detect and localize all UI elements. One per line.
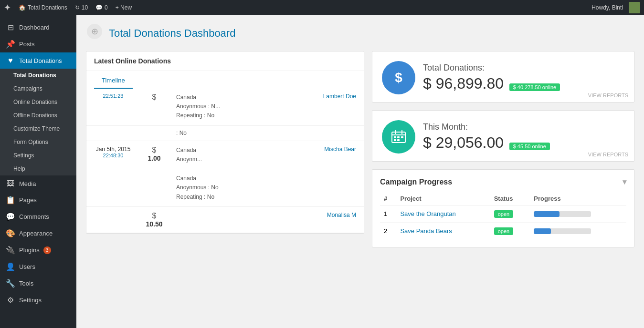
sidebar-item-settings-sub[interactable]: Settings — [0, 149, 76, 162]
sidebar-item-help[interactable]: Help — [0, 162, 76, 175]
home-icon: 🏠 — [19, 4, 26, 11]
site-name[interactable]: 🏠 Total Donations — [19, 4, 67, 11]
table-row: CanadaAnoynmous : NoRepeating : No — [86, 169, 364, 207]
timeline-tab[interactable]: Timeline — [94, 73, 133, 89]
table-row: Jan 5th, 2015 22:48:30 $ 1.00 CanadaAnoy… — [86, 141, 364, 169]
sidebar-item-posts[interactable]: 📌 Posts — [0, 36, 76, 52]
dashboard-icon: ⊟ — [6, 23, 15, 32]
row-num-1: 1 — [380, 205, 396, 223]
status-badge: open — [494, 227, 513, 235]
svg-rect-7 — [394, 136, 396, 138]
col-project: Project — [396, 192, 490, 205]
progress-bar-fill — [534, 228, 551, 234]
donation-donor-3[interactable]: Mischa Bear — [308, 146, 356, 153]
row-status-2: open — [490, 223, 530, 240]
sidebar-item-label: Comments — [19, 213, 49, 220]
col-num: # — [380, 192, 396, 205]
sidebar-item-appearance[interactable]: 🎨 Appearance — [0, 225, 76, 242]
row-status-1: open — [490, 205, 530, 223]
total-donations-submenu: Total Donations Campaigns Online Donatio… — [0, 69, 76, 175]
comments-nav-icon: 💬 — [6, 212, 15, 221]
month-stat-content: This Month: $ 29,056.00 $ 45.50 online — [423, 122, 624, 152]
calendar-icon — [382, 120, 415, 154]
content-grid: Latest Online Donations Timeline 22:51:2… — [86, 51, 634, 247]
donation-details-1: CanadaAnoynmous : N...Repeating : No — [176, 93, 301, 121]
donation-donor-5[interactable]: Monalisa M — [308, 212, 356, 218]
sidebar-item-tools[interactable]: 🔧 Tools — [0, 275, 76, 292]
this-month-stat: This Month: $ 29,056.00 $ 45.50 online V… — [372, 110, 634, 162]
right-column: $ Total Donations: $ 96,899.80 $ 40,278.… — [372, 51, 634, 247]
plugins-badge: 3 — [43, 246, 51, 254]
appearance-icon: 🎨 — [6, 229, 15, 238]
dollar-icon: $ — [382, 61, 415, 94]
total-stat-content: Total Donations: $ 96,899.80 $ 40,278.50… — [423, 63, 624, 92]
revisions-item[interactable]: ↻ 10 — [75, 4, 88, 11]
sidebar-item-label: Pages — [19, 196, 37, 204]
total-stat-value: $ 96,899.80 $ 40,278.50 online — [423, 75, 624, 92]
donation-amount-1: $ — [140, 93, 169, 102]
sidebar-item-campaigns[interactable]: Campaigns — [0, 82, 76, 95]
sidebar-item-customize-theme[interactable]: Customize Theme — [0, 122, 76, 135]
donations-list: 22:51:23 $ CanadaAnoynmous : N...Repeati… — [86, 88, 364, 233]
status-badge: open — [494, 210, 513, 218]
sidebar-item-pages[interactable]: 📋 Pages — [0, 192, 76, 208]
svg-text:⊕: ⊕ — [91, 27, 98, 36]
row-project-1[interactable]: Save the Orangutan — [396, 205, 490, 223]
users-icon: 👤 — [6, 262, 15, 271]
sidebar-item-dashboard[interactable]: ⊟ Dashboard — [0, 19, 76, 36]
total-view-reports-link[interactable]: VIEW REPORTS — [588, 92, 628, 98]
month-online-badge: $ 45.50 online — [509, 143, 550, 150]
sidebar-item-online-donations[interactable]: Online Donations — [0, 95, 76, 109]
campaign-dropdown-icon[interactable]: ▾ — [623, 177, 626, 186]
sidebar-item-total-donations-sub[interactable]: Total Donations — [0, 69, 76, 82]
sidebar-item-settings[interactable]: ⚙ Settings — [0, 292, 76, 308]
main-content: ⊕ Total Donations Dashboard Latest Onlin… — [76, 15, 644, 328]
progress-bar-container — [534, 228, 591, 234]
sidebar-item-plugins[interactable]: 🔌 Plugins 3 — [0, 242, 76, 258]
svg-rect-11 — [397, 139, 400, 141]
sidebar-item-offline-donations[interactable]: Offline Donations — [0, 109, 76, 122]
donation-date-3: Jan 5th, 2015 22:48:30 — [94, 146, 132, 158]
comments-item[interactable]: 💬 0 — [95, 4, 108, 11]
sidebar-item-label: Users — [19, 263, 35, 270]
table-row: 2 Save Panda Bears open — [380, 223, 626, 240]
donation-donor-1[interactable]: Lambert Doe — [308, 93, 356, 100]
sidebar-item-label: Posts — [19, 41, 35, 48]
campaign-title: Campaign Progress — [380, 178, 452, 186]
wp-logo[interactable]: ✦ — [4, 2, 11, 13]
new-item[interactable]: + New — [116, 4, 132, 11]
sidebar-item-label: Settings — [19, 297, 42, 304]
sidebar-item-total-donations[interactable]: ♥ Total Donations — [0, 52, 76, 69]
posts-icon: 📌 — [6, 40, 15, 49]
sidebar-item-label: Plugins — [19, 246, 40, 254]
sidebar-item-media[interactable]: 🖼 Media — [0, 175, 76, 192]
sidebar-item-form-options[interactable]: Form Options — [0, 135, 76, 149]
progress-bar-fill — [534, 211, 560, 217]
svg-rect-8 — [397, 136, 400, 138]
sidebar-item-label: Tools — [19, 280, 33, 287]
table-row: 1 Save the Orangutan open — [380, 205, 626, 223]
left-column: Latest Online Donations Timeline 22:51:2… — [86, 51, 364, 247]
row-progress-2 — [530, 223, 626, 240]
svg-text:$: $ — [395, 70, 402, 85]
donation-details-2: : No — [176, 129, 301, 138]
donation-amount-3: $ 1.00 — [140, 146, 169, 162]
sidebar-item-label: Dashboard — [19, 24, 50, 31]
card-title: Latest Online Donations — [94, 57, 171, 65]
howdy-label: Howdy, Binti — [591, 4, 623, 11]
page-title: Total Donations Dashboard — [109, 27, 235, 40]
table-row: 22:51:23 $ CanadaAnoynmous : N...Repeati… — [86, 88, 364, 126]
sidebar-item-comments[interactable]: 💬 Comments — [0, 208, 76, 225]
month-view-reports-link[interactable]: VIEW REPORTS — [588, 152, 628, 157]
table-row: : No — [86, 126, 364, 141]
campaign-table: # Project Status Progress 1 Save the Ora… — [380, 192, 626, 239]
svg-rect-10 — [394, 139, 396, 141]
total-donations-stat: $ Total Donations: $ 96,899.80 $ 40,278.… — [372, 51, 634, 102]
pages-icon: 📋 — [6, 195, 15, 205]
plugins-icon: 🔌 — [6, 246, 15, 255]
sidebar-item-users[interactable]: 👤 Users — [0, 258, 76, 275]
row-project-2[interactable]: Save Panda Bears — [396, 223, 490, 240]
svg-rect-9 — [401, 136, 403, 138]
row-progress-1 — [530, 205, 626, 223]
donation-details-4: CanadaAnoynmous : NoRepeating : No — [176, 174, 301, 202]
